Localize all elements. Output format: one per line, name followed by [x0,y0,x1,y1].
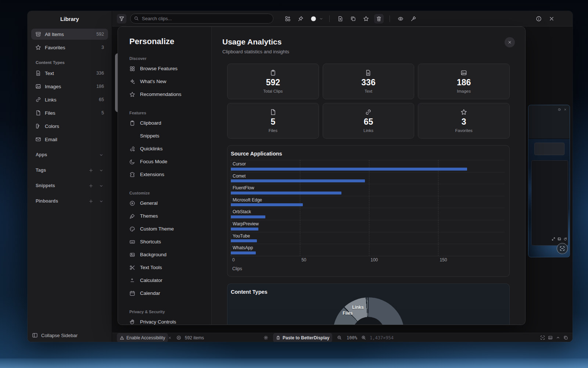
sidebar-group-snippets[interactable]: Snippets [31,180,108,191]
menu-item-label: Background [140,252,166,257]
sidebar-group-tags[interactable]: Tags [31,165,108,176]
preview-inner-panel [531,160,568,246]
image-icon[interactable] [548,335,553,340]
menu-item-label: Focus Mode [140,159,167,164]
collapse-sidebar-button[interactable]: Collapse Sidebar [32,332,78,338]
group-label: Apps [36,152,47,157]
menu-item-recommendations[interactable]: Recommendations [129,88,211,101]
zoom-out-button[interactable] [337,333,342,342]
dismiss-accessibility-button[interactable] [168,333,172,342]
menu-item-browse-features[interactable]: Browse Features [129,62,211,75]
sidebar-item-favorites[interactable]: Favorites 3 [31,42,108,53]
ocr-scan-button[interactable] [557,243,568,254]
sidebar-group-apps[interactable]: Apps [31,149,108,160]
menu-item-focus-mode[interactable]: Focus Mode [129,155,211,168]
menu-item-custom-theme[interactable]: Custom Theme [129,222,211,235]
menu-item-text-tools[interactable]: Text Tools [129,261,211,274]
sidebar-item-images[interactable]: Images 186 [31,81,108,92]
menu-item-shortcuts[interactable]: Shortcuts [129,235,211,248]
plus-icon[interactable] [89,183,93,188]
info-icon [558,108,561,111]
info-button[interactable] [534,14,544,24]
stat-label: Favorites [455,128,473,133]
export-file-button[interactable] [336,14,345,24]
paste-target-label: Paste to BetterDisplay [283,335,329,340]
tools-button[interactable] [409,14,418,24]
star-icon [129,92,135,97]
menu-item-clipboard[interactable]: Clipboard [129,117,211,129]
expand-icon[interactable] [552,237,555,241]
image-icon [35,83,41,89]
menu-item-themes[interactable]: Themes [129,210,211,222]
menu-item-whats-new[interactable]: What's New [129,75,211,88]
menu-item-label: Quicklinks [140,146,163,151]
clipboard-icon [270,69,276,76]
copy-icon[interactable] [563,335,568,340]
pause-icon [176,335,181,340]
sidebar-item-colors[interactable]: Colors [31,121,108,132]
pause-status-icon[interactable] [176,333,181,342]
bar-chart: Cursor Comet FluentFlow Microsoft E [231,160,505,256]
image-icon[interactable] [557,237,561,241]
color-dot-icon [311,16,316,22]
menu-item-snippets[interactable]: Snippets [129,129,211,142]
copy-button[interactable] [348,14,358,24]
menu-item-calculator[interactable]: Calculator [129,274,211,287]
grid-icon [129,66,135,72]
plus-icon[interactable] [89,168,93,173]
color-filter-dropdown[interactable] [309,14,323,24]
chevron-down-icon[interactable] [99,199,104,204]
plus-icon[interactable] [89,199,93,204]
filter-button[interactable] [117,14,126,24]
stat-card-total-clips: 592 Total Clips [227,64,319,99]
preview-button[interactable] [396,14,405,24]
chevron-down-icon[interactable] [99,183,104,188]
sidebar-item-all-items[interactable]: All Items 592 [31,29,108,40]
star-icon [35,44,41,50]
menu-item-label: What's New [140,79,166,84]
scan-icon[interactable] [540,335,545,340]
sidebar-group-pinboards[interactable]: Pinboards [31,196,108,207]
sidebar-item-links[interactable]: Links 65 [31,94,108,105]
menu-item-privacy-controls[interactable]: Privacy Controls [129,315,211,325]
group-label: Pinboards [36,199,58,204]
keyboard-icon [129,239,135,245]
favorite-button[interactable] [361,14,371,24]
menu-item-background[interactable]: Background [129,248,211,261]
bar [231,215,265,218]
sparkle-icon [129,79,135,85]
stat-card-files: 5 Files [227,103,319,139]
paste-target-button[interactable]: Paste to BetterDisplay [273,333,332,342]
menu-item-quicklinks[interactable]: Quicklinks [129,142,211,155]
search-input[interactable] [130,14,273,24]
sidebar-item-email[interactable]: Email [31,134,108,145]
menu-item-label: Calculator [140,278,162,283]
toolbar-separator [329,15,330,22]
sidebar-item-text[interactable]: Text 336 [31,68,108,79]
chevron-down-icon[interactable] [99,168,104,173]
zoom-in-button[interactable] [361,333,366,342]
menu-item-calendar[interactable]: Calendar [129,287,211,300]
sidebar-item-count: 186 [96,84,104,89]
close-icon [168,336,172,340]
sidebar-item-label: Files [45,110,55,116]
enable-accessibility-button[interactable]: Enable Accessibility [117,333,168,342]
close-dialog-button[interactable] [505,37,515,47]
scan-icon [560,246,565,251]
pin-button[interactable] [296,14,305,24]
rotate-icon[interactable] [563,237,567,241]
close-window-button[interactable] [547,14,556,24]
menu-item-general[interactable]: General [129,197,211,210]
menu-item-label: Browse Features [140,66,178,71]
menu-item-label: Calendar [140,290,160,296]
delete-button[interactable] [374,14,384,24]
preview-inner-panel [534,143,564,155]
chevron-down-icon[interactable] [99,153,104,157]
bar [231,179,365,182]
pinboard-add-button[interactable] [283,14,293,24]
settings-gear-button[interactable] [263,333,268,342]
menu-item-extensions[interactable]: Extensions [129,168,211,181]
bar-label: Comet [233,174,245,179]
chevron-up-icon[interactable] [556,335,560,340]
sidebar-item-files[interactable]: Files 5 [31,107,108,118]
